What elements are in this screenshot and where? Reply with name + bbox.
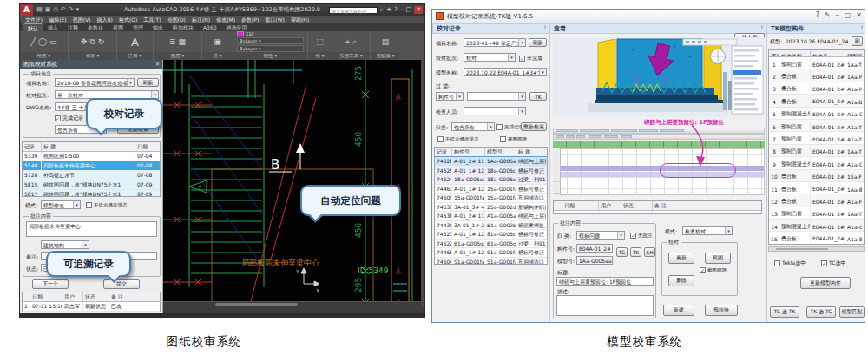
component-row[interactable]: 2 叠合板 E04A-01_2# 3F Y... 1Aa-PA01 [769,69,864,82]
tk-to-tc-button[interactable]: TK 选 TC [806,306,836,318]
print-icon[interactable]: ⎙ [53,4,58,16]
menu-item[interactable]: 编辑(E) [49,16,66,23]
component-row[interactable]: 8 预制凸窗 E04A-01_2# 3F Y... 1Aa-T003 [769,145,864,157]
record-row[interactable]: 74522 B1a-G005gasba B1a-G005gasba 过梁、列91… [435,240,547,249]
done-checkbox[interactable]: .完成记录 [496,124,523,130]
close-button[interactable]: ✕ [856,11,862,19]
record-row[interactable]: 74525 A-01_1# 12F YGC 18a-G005casba 槽标号修… [435,167,547,176]
component-row[interactable]: 13 预制凸窗 E04A-01_2# 8F Y... 1Aa-T001 [769,207,864,220]
chevron-down-icon[interactable]: ▾ [518,108,525,115]
chevron-down-icon[interactable]: ▾ [539,69,546,75]
copy-tool-icon[interactable]: ⧉ [89,37,95,47]
model-name-combo[interactable]: 2023.10.22 E04A-01_1#3#大厦ZIP▾ [464,68,547,76]
history-row[interactable]: 2 07-04 14:13 张达军 重改标记 顺延记录 07-04 14: [23,312,160,312]
chevron-down-icon[interactable]: ▾ [127,79,134,86]
component-combo[interactable]: 构件号▾ [436,92,464,101]
component-row[interactable]: 15 叠合板 E04A-01_2# 九层... A1a-8005 [769,232,864,244]
ribbon-tab[interactable]: 注释 [63,23,82,31]
component-row[interactable]: 6 预制凸窗 E04A-01_2# 3F Y... A1a-T001 [769,120,864,132]
unfinished-checkbox[interactable]: ✓未完成 [519,55,542,62]
view-follow-checkbox[interactable]: .视图跟随 [500,136,527,142]
model-match-button[interactable]: 模型匹配 [839,306,865,318]
record-row[interactable]: 5815 砌筑图问题，改"规格DN75止水1 07-09 [23,180,160,190]
submit-button[interactable]: 提交 [103,279,140,289]
canvas-vscrollbar[interactable] [421,60,425,307]
project-combo[interactable]: 2023-41~49 保定产业片区2#-02#地块▾ [464,38,526,47]
chevron-down-icon[interactable]: ▾ [508,54,515,61]
category-combo[interactable]: 模板问题▾ [576,231,625,240]
update-components-button[interactable]: 更新模型构件 [800,277,851,289]
chevron-down-icon[interactable]: ▾ [617,232,624,239]
mode-combo[interactable]: 检查校对▾ [682,226,733,235]
redo-icon[interactable]: ↷ [69,4,74,16]
close-button[interactable]: ✕ [414,6,423,14]
record-row[interactable]: 5817 砌筑图问题，改"规格DN75止水1 07-09 [23,190,160,197]
component-row[interactable]: 14 预制混凝土外墙板 E04A-01_2# 1F Y... A1a-GA03 [769,220,864,232]
tk-refresh-button[interactable]: 刷 [852,36,863,46]
new-button[interactable]: 新建 [663,305,694,316]
tc-select-checkbox[interactable]: ✓TC选中 [821,259,846,267]
minimize-button[interactable]: – [400,6,404,14]
linetype-combo[interactable]: ByLayer ▾ [237,37,304,44]
record-row[interactable]: 5339 视图比例1:500 07-04 [23,152,160,161]
close-icon[interactable]: ✕ [155,60,160,69]
search-button[interactable]: 重新检索 [521,122,547,131]
ribbon-tab[interactable]: 默认 [23,23,43,31]
chevron-down-icon[interactable]: ▾ [73,201,80,208]
record-row[interactable]: 5726 补马镫止水节 07-08 [23,171,160,180]
layers-icon[interactable]: ≣ [169,37,176,46]
history-row[interactable]: 1 07-11 15:10 武志军 刷新状态 已改 [23,302,160,312]
chevron-down-icon[interactable]: ▾ [76,4,80,16]
component-row[interactable]: 4 叠合板 E04A-01_2# 十层... A1a-B003 [769,95,864,107]
screenshot-button[interactable]: 截图 [705,253,731,264]
update-button[interactable]: 更新 [668,253,694,264]
ribbon-tab[interactable]: 管理 [128,23,148,31]
chevron-down-icon[interactable]: ▾ [487,123,494,130]
sh-button[interactable]: SH [644,247,655,257]
refresh-button[interactable]: 刷新 [529,38,547,47]
component-row[interactable]: 5 预制混凝土外墙板 E04A-01_2# 3F Y... A1a-G001 [769,108,864,120]
pin-icon[interactable]: ⫶ [861,24,863,34]
block-icon[interactable]: ▣ [214,37,221,46]
model-viewport[interactable] [553,37,765,117]
record-row[interactable]: 74504 S1a-G001fasba S1a-G001fasba 孔洞堵边口、… [435,258,547,266]
tekla-select-checkbox[interactable]: .Tekla选中 [774,259,806,267]
menu-item[interactable]: 绘图(D) [168,16,186,23]
maximize-button[interactable]: ▢ [406,6,412,14]
component-row[interactable]: 3 叠合板 E04A-01_2# 3F Y... A1a-P003 [769,82,864,95]
layer-props-icon[interactable]: ▦ [179,37,187,46]
line-tool-icon[interactable]: ╱ [30,37,35,46]
category-combo[interactable]: 建筑结构▾ [41,240,89,249]
chevron-down-icon[interactable]: ▾ [82,241,89,248]
record-row[interactable]: 74538 A-01_2# 11F YGC A1a-G005aaase 绑筋与上… [435,212,547,221]
record-row[interactable]: 74523 A-01_1# 12F YGC 81a-G005casba 槽标号修… [435,230,547,240]
menu-item[interactable]: 参数(P) [241,16,259,23]
tk-button[interactable]: TK [630,247,641,257]
help-icon[interactable]: ? [394,6,398,14]
component-row[interactable]: 12 叠合板 E04A-01_2# 11F... A1a-F003 [769,194,864,207]
record-row[interactable]: 74537 3A-01_3# 4F YGC 25a-G002dabaa 塑钢构件… [435,203,547,213]
menu-item[interactable]: 窗口(W) [265,16,285,23]
component-row[interactable]: 11 叠合板 E04A-01_2# 八层... 1Aa-8A02 [769,182,864,194]
maximize-button[interactable]: ▢ [845,11,852,19]
measure-icon[interactable]: ⌖ [345,37,350,47]
menu-item[interactable]: 工具(T) [143,16,161,23]
search-input[interactable]: 键入关键字或短语 [329,7,378,14]
record-row[interactable]: 74505 15a-G001fasba 15a-G001fasba 孔洞堵边口、… [435,194,547,203]
menu-item[interactable]: 格式(O) [119,16,137,23]
save-icon[interactable]: ▣ [45,4,51,16]
precheck-button[interactable]: 预校验 [705,305,738,316]
component-filter-input[interactable]: ▾ [467,92,526,101]
ribbon-tab[interactable]: 参数化 [83,23,108,31]
batch-combo[interactable]: 校对▾ [464,53,516,62]
record-row[interactable]: 74467 A-01_1# 12F YGC 15a-G001fasba 槽标号修… [435,185,547,194]
menu-item[interactable]: 视图(V) [73,16,91,23]
clipboard-icon[interactable]: ▤ [382,37,390,46]
group-icon[interactable]: ⬚ [316,37,324,46]
sheet-toolbar-strip[interactable] [553,134,765,140]
star-icon[interactable]: ★ [386,6,391,14]
no-note-checkbox[interactable]: ✓无批注 [630,233,653,239]
text-tool-icon[interactable]: A [131,36,139,49]
desc-textarea[interactable] [556,295,654,316]
ribbon-tab[interactable]: 附加模块 [168,23,198,31]
